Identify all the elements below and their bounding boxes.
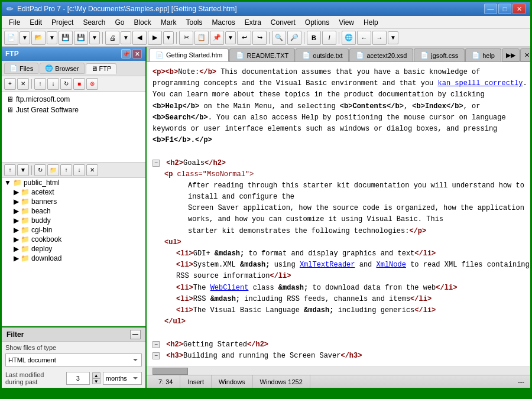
editor-content[interactable]: <p><b>Note:</b> This documentation assum…	[147, 62, 532, 366]
filter-unit-select[interactable]: months days weeks years	[103, 372, 142, 385]
editor-para-screensaver: Screen Saver application, how the source…	[153, 203, 530, 225]
editor-tab-readme[interactable]: 📄 README.TXT	[229, 48, 295, 61]
spin-up[interactable]: ▲	[92, 372, 100, 378]
editor-text-building: Building and running the Screen Saver	[183, 352, 340, 360]
editor-tab-jgsoft[interactable]: 📄 jgsoft.css	[414, 48, 465, 61]
menu-extra[interactable]: Extra	[240, 16, 266, 28]
menu-options[interactable]: Options	[300, 16, 334, 28]
tb-back[interactable]: ←	[357, 31, 371, 45]
tb-new[interactable]: 📄	[4, 31, 18, 45]
tab-ftp[interactable]: 🖥 FTP	[86, 63, 117, 74]
menu-edit[interactable]: Edit	[25, 16, 47, 28]
menu-go[interactable]: Go	[110, 16, 129, 28]
menu-macros[interactable]: Macros	[207, 16, 239, 28]
editor-tab-help[interactable]: 📄 help	[465, 48, 501, 61]
ftp-pin-button[interactable]: 📌	[121, 49, 131, 59]
tb-prev[interactable]: ◀	[132, 31, 147, 45]
filter-type-select[interactable]: HTML document All Files Text Files CSS F…	[5, 353, 142, 366]
pt-new[interactable]: +	[4, 78, 16, 90]
pt-upload[interactable]: ↑	[34, 78, 46, 90]
tb-cut[interactable]: ✂	[179, 31, 193, 45]
ftp-item-microsoft[interactable]: 🖥 ftp.microsoft.com	[4, 94, 143, 105]
menu-convert[interactable]: Convert	[266, 16, 300, 28]
ft-dropdown[interactable]: ▼	[17, 164, 29, 176]
h-scrollbar[interactable]	[147, 366, 532, 375]
ft-new-folder[interactable]: 📁	[47, 164, 59, 176]
ft-upload[interactable]: ↑	[60, 164, 72, 176]
ft-item-download[interactable]: ▶ 📁 download	[11, 254, 145, 263]
editor-tab-outside[interactable]: 📄 outside.txt	[296, 48, 349, 61]
tb-italic[interactable]: I	[322, 31, 336, 45]
tb-print-dropdown[interactable]: ▼	[121, 31, 131, 44]
tb-next[interactable]: ▶	[148, 31, 162, 45]
filter-modified-value[interactable]	[66, 372, 90, 385]
tab-more-button[interactable]: ▶▶	[502, 48, 520, 61]
tb-replace[interactable]: 🔎	[287, 31, 301, 45]
maximize-button[interactable]: □	[498, 4, 511, 14]
tb-save[interactable]: 💾	[59, 31, 73, 45]
tab-close-all[interactable]: ✕	[520, 48, 532, 61]
tb-forward[interactable]: →	[372, 31, 387, 45]
tb-save-dropdown[interactable]: ▼	[89, 31, 100, 44]
tb-open[interactable]: 📂	[31, 31, 46, 45]
h-scroll-thumb[interactable]	[153, 368, 188, 375]
ft-delete[interactable]: ✕	[86, 164, 98, 176]
pt-stop[interactable]: ■	[73, 78, 85, 90]
tb-search[interactable]: 🔍	[272, 31, 286, 45]
fold-goals[interactable]: −	[153, 160, 160, 167]
ft-item-acetext[interactable]: ▶ 📁 acetext	[11, 187, 145, 197]
ftp-close-button[interactable]: ✕	[132, 49, 142, 59]
menu-tools[interactable]: Tools	[181, 16, 207, 28]
tb-paste-dropdown[interactable]: ▼	[225, 31, 236, 44]
folder-expand-icon-acetext: ▶	[14, 188, 19, 196]
ft-refresh[interactable]: ↻	[34, 164, 46, 176]
ft-item-beach[interactable]: ▶ 📁 beach	[11, 206, 145, 216]
pt-download[interactable]: ↓	[47, 78, 59, 90]
menu-mark[interactable]: Mark	[156, 16, 181, 28]
tb-www-dropdown[interactable]: ▼	[388, 31, 398, 44]
menu-help[interactable]: Help	[359, 16, 383, 28]
tb-undo[interactable]: ↩	[237, 31, 251, 45]
pt-refresh[interactable]: ↻	[60, 78, 72, 90]
spin-down[interactable]: ▼	[92, 378, 100, 384]
menu-block[interactable]: Block	[129, 16, 155, 28]
editor-tab-acetext[interactable]: 📄 acetext20.xsd	[349, 48, 413, 61]
tb-redo[interactable]: ↪	[252, 31, 267, 45]
minimize-button[interactable]: —	[484, 4, 497, 14]
tb-copy[interactable]: 📋	[194, 31, 209, 45]
tb-new-dropdown[interactable]: ▼	[20, 31, 30, 44]
filter-panel: Filter — Show files of type HTML documen…	[2, 326, 145, 388]
menu-file[interactable]: File	[4, 16, 25, 28]
pt-error[interactable]: ⊗	[86, 78, 98, 90]
editor-tab-getting-started[interactable]: 📄 Getting Started.htm	[149, 48, 229, 61]
tb-bold[interactable]: B	[307, 31, 321, 45]
ft-item-buddy[interactable]: ▶ 📁 buddy	[11, 216, 145, 225]
tab-files[interactable]: 📄 Files	[4, 63, 38, 74]
fold-building[interactable]: −	[153, 352, 160, 359]
filter-minimize-button[interactable]: —	[130, 330, 141, 339]
tb-nav-dropdown[interactable]: ▼	[163, 31, 174, 44]
tb-www[interactable]: 🌐	[342, 31, 356, 45]
file-tree: ▼ 📁 public_html ▶ 📁 acetext ▶ 📁 banners …	[2, 178, 145, 326]
ft-item-cgibin[interactable]: ▶ 📁 cgi-bin	[11, 225, 145, 235]
ft-label-cgibin: cgi-bin	[31, 226, 52, 234]
tb-save-all[interactable]: 💾	[74, 31, 88, 45]
fold-getting-started[interactable]: −	[153, 341, 160, 348]
pt-delete[interactable]: ✕	[17, 78, 29, 90]
tab-browser[interactable]: 🌐 Browser	[40, 63, 84, 74]
menu-view[interactable]: View	[334, 16, 359, 28]
ft-root[interactable]: ▼ 📁 public_html	[2, 178, 145, 187]
ft-item-cookbook[interactable]: ▶ 📁 cookbook	[11, 235, 145, 244]
ft-up[interactable]: ↑	[4, 164, 16, 176]
menu-project[interactable]: Project	[47, 16, 78, 28]
tb-print[interactable]: 🖨	[105, 31, 119, 45]
ft-item-banners[interactable]: ▶ 📁 banners	[11, 197, 145, 206]
ftp-item-jgsoft[interactable]: 🖥 Just Great Software	[4, 105, 143, 115]
tb-paste[interactable]: 📌	[210, 31, 224, 45]
ft-item-deploy[interactable]: ▶ 📁 deploy	[11, 244, 145, 254]
ft-download[interactable]: ↓	[73, 164, 85, 176]
menu-search[interactable]: Search	[78, 16, 110, 28]
editor-attr-class: class=	[177, 170, 203, 179]
close-button[interactable]: ✕	[512, 4, 525, 14]
tb-open-dropdown[interactable]: ▼	[47, 31, 57, 44]
